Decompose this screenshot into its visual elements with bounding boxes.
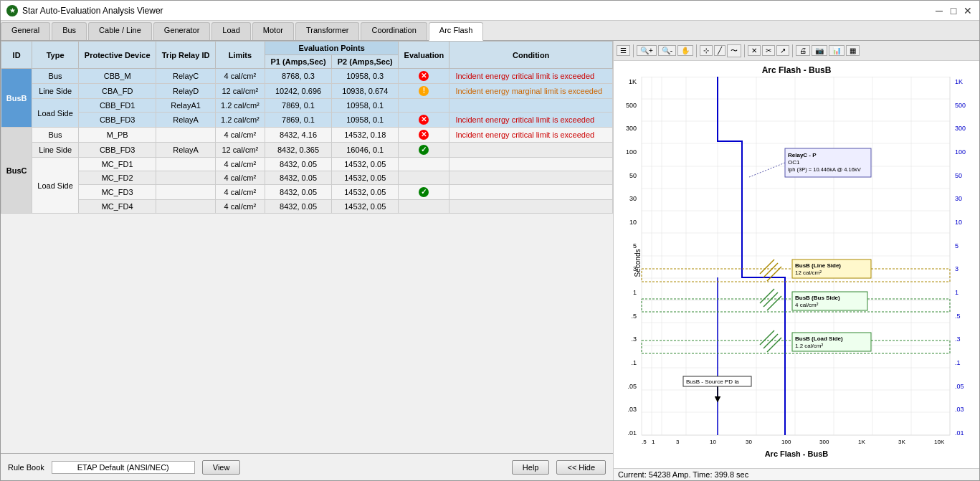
cell-evaluation [399, 99, 449, 113]
cell-limits: 4 cal/cm² [215, 185, 265, 200]
cell-p2: 14532, 0.05 [332, 171, 399, 185]
cell-p2: 14532, 0.18 [332, 128, 399, 143]
cell-trip-relay: RelayD [156, 84, 215, 99]
tab-transformer[interactable]: Transformer [295, 22, 360, 40]
cell-condition [449, 171, 613, 185]
help-button[interactable]: Help [512, 460, 550, 475]
cell-evaluation: ✓ [399, 185, 449, 200]
cell-p2: 14532, 0.05 [332, 158, 399, 171]
table-container[interactable]: ID Type Protective Device Trip Relay ID … [1, 41, 613, 453]
tab-cable-line[interactable]: Cable / Line [88, 22, 152, 40]
hide-button[interactable]: << Hide [556, 460, 606, 475]
cell-p2: 16046, 0.1 [332, 143, 399, 158]
tab-general[interactable]: General [1, 22, 50, 40]
toolbar-btn-delete[interactable]: ✕ [748, 45, 761, 56]
cell-type: Load Side [32, 158, 79, 214]
cell-type: Line Side [32, 84, 79, 99]
tab-load[interactable]: Load [211, 22, 250, 40]
col-header-type: Type [32, 42, 79, 69]
toolbar-btn-zoom-in[interactable]: 🔍+ [637, 45, 657, 56]
tab-arc-flash[interactable]: Arc Flash [429, 22, 483, 41]
cell-evaluation: ✕ [399, 113, 449, 128]
toolbar-btn-line[interactable]: ╱ [714, 45, 726, 56]
maximize-button[interactable]: □ [948, 5, 959, 16]
eval-fail-icon: ✕ [419, 130, 429, 140]
arc-flash-table: ID Type Protective Device Trip Relay ID … [1, 41, 613, 214]
separator-1 [633, 44, 634, 57]
cell-p1: 8768, 0.3 [265, 69, 331, 84]
main-content: ID Type Protective Device Trip Relay ID … [1, 41, 979, 480]
app-icon: ★ [6, 5, 18, 16]
col-header-condition: Condition [449, 42, 613, 69]
cell-trip-relay [156, 185, 215, 200]
cell-limits: 4 cal/cm² [215, 69, 265, 84]
cell-limits: 1.2 cal/cm² [215, 113, 265, 128]
tab-generator[interactable]: Generator [153, 22, 211, 40]
col-header-p1: P1 (Amps,Sec) [265, 55, 331, 69]
cell-type: Bus [32, 128, 79, 143]
toolbar-btn-export[interactable]: 📊 [829, 45, 845, 56]
toolbar-btn-grid[interactable]: ▦ [846, 45, 860, 56]
cell-id: BusB [1, 69, 32, 128]
cell-condition: Incident energy critical limit is exceed… [449, 113, 613, 128]
cell-p2: 14532, 0.05 [332, 185, 399, 200]
view-button[interactable]: View [202, 460, 241, 475]
col-header-id: ID [1, 42, 32, 69]
col-header-evaluation: Evaluation [399, 42, 449, 69]
cell-condition [449, 143, 613, 158]
y-axis-label: Seconds [634, 249, 642, 277]
toolbar-btn-print[interactable]: 🖨 [796, 45, 810, 56]
toolbar-btn-select[interactable]: ⊹ [700, 45, 713, 56]
svg-text:1K: 1K [858, 439, 865, 445]
cell-trip-relay: RelayA [156, 143, 215, 158]
toolbar-btn-menu[interactable]: ☰ [617, 45, 630, 56]
cell-condition [449, 99, 613, 113]
chart-status: Current: 54238 Amp. Time: 399.8 sec [614, 468, 979, 480]
cell-condition: Incident energy marginal limit is exceed… [449, 84, 613, 99]
svg-text:12 cal/cm²: 12 cal/cm² [795, 270, 822, 276]
cell-limits: 4 cal/cm² [215, 128, 265, 143]
cell-p1: 8432, 4.16 [265, 128, 331, 143]
tab-coordination[interactable]: Coordination [361, 22, 427, 40]
cell-protective-device: CBB_M [78, 69, 156, 84]
cell-p1: 8432, 0.05 [265, 200, 331, 214]
cell-condition [449, 158, 613, 171]
toolbar-btn-arrow[interactable]: ↗ [776, 45, 789, 56]
cell-trip-relay [156, 128, 215, 143]
cell-evaluation [399, 171, 449, 185]
cell-trip-relay: RelayA1 [156, 99, 215, 113]
svg-text:100: 100 [781, 439, 791, 445]
cell-type: Load Side [32, 99, 79, 128]
eval-warn-icon: ! [419, 86, 429, 96]
y-axis-right: 1K 500 300 100 50 30 10 5 3 1 .5 .3 .1 .… [955, 77, 976, 449]
toolbar-btn-curve[interactable]: 〜 [727, 44, 741, 57]
cell-limits: 12 cal/cm² [215, 84, 265, 99]
main-window: ★ Star Auto-Evaluation Analysis Viewer ─… [0, 0, 980, 481]
cell-protective-device: CBB_FD1 [78, 99, 156, 113]
eval-fail-icon: ✕ [419, 71, 429, 81]
tab-motor[interactable]: Motor [252, 22, 294, 40]
window-title: Star Auto-Evaluation Analysis Viewer [22, 6, 163, 16]
toolbar-btn-pan[interactable]: ✋ [677, 45, 693, 56]
svg-text:300: 300 [819, 439, 829, 445]
separator-4 [792, 44, 793, 57]
toolbar-btn-camera[interactable]: 📷 [812, 45, 827, 56]
cell-limits: 4 cal/cm² [215, 171, 265, 185]
minimize-button[interactable]: ─ [933, 5, 945, 16]
cell-evaluation: ✕ [399, 128, 449, 143]
col-header-limits: Limits [215, 42, 265, 69]
tab-bar: General Bus Cable / Line Generator Load … [1, 21, 979, 41]
svg-text:10K: 10K [934, 439, 945, 445]
title-bar: ★ Star Auto-Evaluation Analysis Viewer ─… [1, 1, 979, 21]
tab-bus[interactable]: Bus [52, 22, 87, 40]
bottom-bar: Rule Book ETAP Default (ANSI/NEC) View H… [1, 453, 613, 480]
eval-pass-icon: ✓ [419, 187, 429, 197]
cell-type: Line Side [32, 143, 79, 158]
close-button[interactable]: ✕ [962, 5, 974, 16]
cell-evaluation: ✓ [399, 143, 449, 158]
svg-text:30: 30 [746, 439, 752, 445]
cell-p1: 7869, 0.1 [265, 113, 331, 128]
toolbar-btn-scissors[interactable]: ✂ [762, 45, 775, 56]
toolbar-btn-zoom-out[interactable]: 🔍- [658, 45, 676, 56]
svg-text:.5: .5 [642, 439, 647, 445]
